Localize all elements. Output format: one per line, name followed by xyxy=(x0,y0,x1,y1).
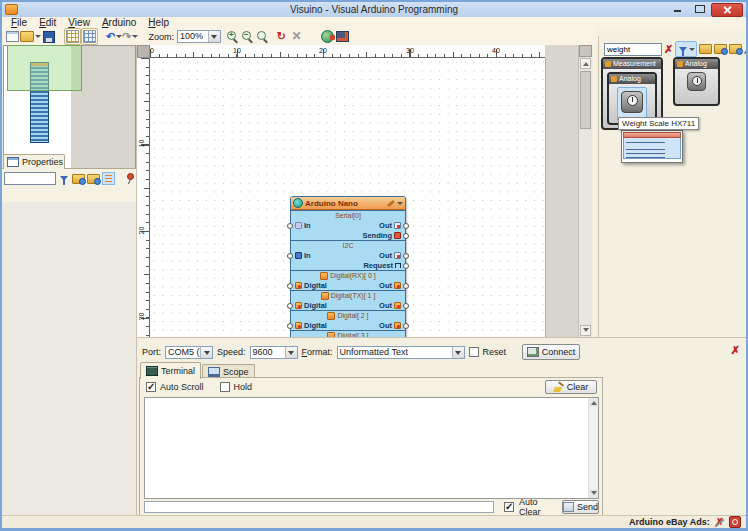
close-button[interactable] xyxy=(711,3,743,17)
minimap-viewport-rect[interactable] xyxy=(7,45,82,91)
scrollbar-thumb[interactable] xyxy=(580,71,591,129)
component-search-input[interactable] xyxy=(604,43,662,56)
menu-edit[interactable]: Edit xyxy=(33,17,62,28)
zoom-in-button[interactable]: + xyxy=(225,29,240,44)
pin-panel-icon[interactable] xyxy=(124,173,134,184)
filter-funnel-icon[interactable] xyxy=(60,176,68,181)
terminal-output[interactable] xyxy=(144,397,599,499)
hold-checkbox[interactable] xyxy=(220,382,230,392)
collapse-categories-icon[interactable] xyxy=(729,44,742,54)
terminal-scroll-up[interactable] xyxy=(589,398,598,407)
terminal-scroll-down[interactable] xyxy=(589,489,598,498)
measurement-group-header[interactable]: Measurement xyxy=(603,59,661,69)
ads-tools-icon[interactable]: ✗ xyxy=(715,517,724,528)
maximize-button[interactable] xyxy=(689,3,710,15)
properties-filter-input[interactable] xyxy=(4,172,56,185)
format-combobox[interactable]: Unformatted Text xyxy=(337,346,465,359)
delete-button[interactable]: ✕ xyxy=(289,29,304,44)
minimize-button[interactable] xyxy=(667,3,688,15)
menu-view[interactable]: View xyxy=(62,17,96,28)
output-pin-connector[interactable] xyxy=(403,223,409,229)
weight-scale-component-button[interactable] xyxy=(687,72,706,95)
input-pin-connector[interactable] xyxy=(287,323,293,329)
component-header[interactable]: Arduino Nano xyxy=(291,197,405,210)
undo-button[interactable]: ↶ xyxy=(106,29,122,44)
zoom-value: 100% xyxy=(178,31,208,42)
output-pin-connector[interactable] xyxy=(403,303,409,309)
weight-scale-component-button-selected[interactable] xyxy=(617,87,647,121)
port-combobox[interactable]: COM5 (Unav xyxy=(165,346,213,359)
analog-group-header[interactable]: Analog xyxy=(675,59,718,69)
project-overview-minimap[interactable] xyxy=(3,45,136,170)
scope-icon xyxy=(208,367,220,377)
menu-help[interactable]: Help xyxy=(142,17,175,28)
clear-search-icon[interactable]: ✗ xyxy=(664,44,673,55)
format-value: Unformatted Text xyxy=(338,347,452,358)
component-menu-icon[interactable] xyxy=(397,202,403,208)
send-text-input[interactable] xyxy=(144,501,494,513)
properties-filter-row xyxy=(4,172,134,185)
connect-button[interactable]: Connect xyxy=(522,344,580,360)
digital-out-icon xyxy=(394,282,401,289)
categorized-view-icon[interactable] xyxy=(102,172,115,185)
category-folder-icon[interactable] xyxy=(699,44,712,54)
pin-row: Digital Out xyxy=(291,300,405,310)
redo-dropdown-icon xyxy=(132,35,138,41)
scrollbar-top-button[interactable] xyxy=(579,45,592,57)
show-grid-toggle[interactable] xyxy=(81,28,98,45)
serial-out-icon xyxy=(394,222,401,229)
ads-stop-icon[interactable] xyxy=(729,516,741,528)
tab-properties[interactable]: Properties xyxy=(3,154,65,169)
output-pin-connector[interactable] xyxy=(403,253,409,259)
expand-all-icon[interactable] xyxy=(72,174,85,184)
new-project-button[interactable] xyxy=(5,29,20,44)
remove-component-icon[interactable]: ✗ xyxy=(744,44,748,55)
collapse-all-icon[interactable] xyxy=(87,174,100,184)
reset-checkbox[interactable] xyxy=(469,347,479,357)
design-canvas[interactable]: Arduino Nano Serial[0] In Out xyxy=(150,58,546,337)
wrench-icon[interactable] xyxy=(387,199,395,206)
refresh-button[interactable]: ↻ xyxy=(274,29,289,44)
analog-subgroup-header[interactable]: Analog xyxy=(609,74,655,84)
v-ruler-label: 20 xyxy=(139,227,146,235)
tab-terminal[interactable]: Terminal xyxy=(140,362,201,379)
open-project-button[interactable] xyxy=(20,29,41,44)
weight-scale-icon xyxy=(687,72,706,91)
redo-button[interactable]: ↷ xyxy=(122,29,138,44)
output-pin-connector[interactable] xyxy=(403,233,409,239)
zoom-combobox[interactable]: 100% xyxy=(177,30,221,43)
zoom-label: Zoom: xyxy=(148,32,174,42)
input-pin-connector[interactable] xyxy=(287,223,293,229)
filter-dropdown-button[interactable] xyxy=(675,41,697,57)
arduino-nano-component[interactable]: Arduino Nano Serial[0] In Out xyxy=(290,196,406,351)
digital-in-icon xyxy=(295,302,302,309)
input-pin-connector[interactable] xyxy=(287,283,293,289)
save-project-button[interactable] xyxy=(41,29,56,44)
snap-grid-toggle[interactable] xyxy=(64,28,81,45)
upload-to-arduino-button[interactable] xyxy=(335,29,350,44)
menu-file[interactable]: File xyxy=(5,17,33,28)
auto-scroll-checkbox[interactable] xyxy=(146,382,156,392)
send-button[interactable]: Send xyxy=(562,500,599,514)
speed-combobox[interactable]: 9600 xyxy=(250,346,298,359)
scroll-down-arrow[interactable] xyxy=(580,325,591,336)
zoom-reset-button[interactable] xyxy=(255,29,270,44)
v-ruler-label: 10 xyxy=(139,140,146,148)
canvas-vertical-scrollbar[interactable] xyxy=(578,45,592,337)
web-help-button[interactable] xyxy=(320,29,335,44)
auto-clear-checkbox[interactable] xyxy=(504,502,514,512)
output-pin-connector[interactable] xyxy=(403,283,409,289)
zoom-out-button[interactable]: − xyxy=(240,29,255,44)
title-bar[interactable]: Visuino - Visual Arduino Programming xyxy=(2,2,746,17)
expand-categories-icon[interactable] xyxy=(714,44,727,54)
input-pin-connector[interactable] xyxy=(287,253,293,259)
terminal-scrollbar[interactable] xyxy=(588,398,598,498)
output-pin-connector[interactable] xyxy=(403,323,409,329)
pin-row: Digital Out xyxy=(291,320,405,330)
clear-button[interactable]: Clear xyxy=(545,380,597,394)
scroll-up-arrow[interactable] xyxy=(580,58,591,69)
input-pin-connector[interactable] xyxy=(287,303,293,309)
menu-arduino[interactable]: Arduino xyxy=(96,17,142,28)
output-pin-connector[interactable] xyxy=(403,263,409,269)
disconnect-icon[interactable]: ✗ xyxy=(731,345,740,356)
